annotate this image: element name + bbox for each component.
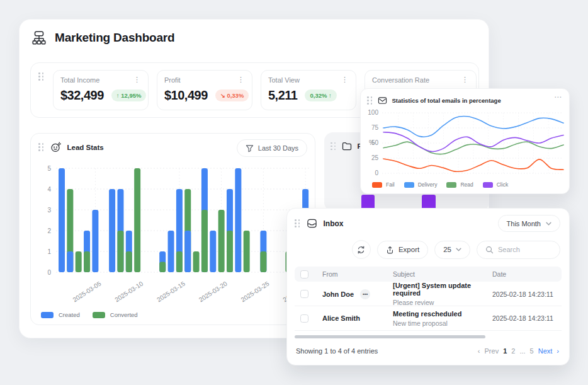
legend-swatch (93, 312, 105, 318)
lead-stats-title: Lead Stats (67, 144, 104, 151)
svg-text:4: 4 (47, 186, 51, 193)
stat-value: 5,211 (268, 88, 297, 103)
inbox-table-header: FromSubjectDate (295, 267, 562, 282)
refresh-icon (356, 245, 366, 255)
bar-created (184, 231, 191, 272)
pagination: ‹Prev12...5Next› (478, 347, 559, 355)
line-series-read (383, 142, 563, 154)
bar-converted (117, 231, 123, 272)
kebab-menu-icon[interactable]: ⋮ (461, 76, 469, 83)
legend-label: Created (59, 311, 80, 318)
page-size-value: 25 (443, 246, 451, 253)
bar-converted (193, 251, 200, 272)
stat-value: $32,499 (60, 88, 104, 103)
bar-created (92, 210, 98, 272)
entries-summary: Showing 1 to 4 of 4 entries (296, 347, 378, 355)
lead-stats-header: Lead Stats Last 30 Days (31, 134, 315, 159)
prev-chevron[interactable]: ‹ (478, 347, 480, 355)
svg-text:2025-03-15: 2025-03-15 (155, 280, 186, 303)
legend-label: Read (460, 181, 473, 188)
kebab-menu-icon[interactable]: ⋮ (133, 76, 141, 83)
row-checkbox[interactable] (300, 290, 308, 298)
bar-converted (218, 210, 225, 272)
svg-text:25: 25 (371, 154, 379, 161)
prev-button[interactable]: Prev (485, 347, 499, 355)
bar-created (109, 189, 115, 272)
page-1[interactable]: 1 (503, 347, 507, 355)
bar-converted (201, 210, 208, 272)
legend-label: Converted (110, 311, 138, 318)
trend-badge: ↘ 0,33% (215, 89, 249, 101)
legend-item-created: Created (41, 311, 80, 318)
refresh-button[interactable] (352, 240, 371, 259)
leads-icon (50, 141, 62, 153)
select-all-checkbox[interactable] (300, 270, 308, 279)
bar-converted (227, 231, 233, 272)
dashboard-page: Marketing Dashboard Total Income⋮$32,499… (0, 0, 588, 385)
scrollbar-thumb[interactable] (295, 335, 485, 338)
email-subject: Meeting rescheduled (393, 310, 492, 318)
kebab-menu-icon[interactable]: ⋮ (237, 76, 245, 83)
table-row[interactable]: Alice SmithMeeting rescheduledNew time p… (295, 306, 562, 331)
search-input[interactable] (498, 246, 555, 253)
legend-item-click: Click (483, 181, 508, 188)
export-button[interactable]: Export (377, 241, 428, 259)
bar-converted (84, 251, 90, 272)
kebab-menu-icon[interactable]: ⋮ (341, 76, 349, 83)
page-5[interactable]: 5 (530, 347, 534, 355)
bar-created (235, 168, 241, 272)
page-size-select[interactable]: 25 (434, 241, 470, 259)
stat-label: Conversation Rate (372, 76, 429, 84)
stat-value: $10,499 (164, 88, 208, 103)
email-subject: [Urgent] System update required (393, 282, 492, 297)
inbox-toolbar: Export 25 (352, 240, 560, 259)
inbox-drag-handle[interactable] (295, 219, 300, 227)
column-header-subject: Subject (393, 270, 492, 278)
legend-label: Delivery (418, 181, 438, 188)
legend-label: Click (497, 181, 508, 188)
bar-created (59, 168, 65, 272)
svg-text:0: 0 (47, 269, 51, 276)
bar-converted (134, 168, 140, 272)
row-more-menu-icon[interactable]: ••• (360, 289, 370, 299)
legend-swatch (446, 182, 456, 188)
svg-text:3: 3 (47, 207, 51, 214)
svg-text:5: 5 (47, 165, 51, 172)
bar-converted (159, 262, 166, 273)
page-ellipsis[interactable]: ... (519, 347, 525, 355)
stats-drag-handle[interactable] (38, 72, 44, 81)
column-header-from: From (322, 270, 393, 278)
svg-text:75: 75 (371, 124, 379, 131)
more-menu-icon[interactable]: ⋯ (554, 93, 562, 101)
search-box[interactable] (477, 241, 560, 259)
inbox-icon (307, 218, 317, 229)
export-icon (386, 246, 394, 254)
folder-panel-drag-handle[interactable] (331, 142, 336, 151)
legend-swatch (483, 182, 493, 188)
horizontal-scrollbar[interactable] (295, 335, 563, 338)
svg-text:2025-03-20: 2025-03-20 (198, 280, 229, 303)
email-stats-drag-handle[interactable] (367, 96, 373, 105)
period-select[interactable]: This Month (498, 215, 560, 232)
stat-card-total-view: Total View⋮5,2110,32% ↑ (261, 70, 356, 110)
legend-item-converted: Converted (93, 311, 138, 318)
email-date: 2025-02-18 14:23:11 (492, 290, 562, 298)
next-button[interactable]: Next (538, 347, 553, 355)
stat-label: Total Income (60, 76, 99, 84)
row-checkbox[interactable] (300, 314, 308, 323)
next-chevron[interactable]: › (557, 347, 559, 355)
lead-stats-bar-chart: 0123452025-03-052025-03-102025-03-152025… (36, 160, 313, 308)
svg-text:2025-03-10: 2025-03-10 (113, 280, 144, 303)
trend-badge: ↑ 12,95% (111, 89, 147, 101)
funnel-icon (246, 144, 254, 152)
bar-converted (244, 231, 250, 272)
lead-stats-drag-handle[interactable] (38, 143, 44, 151)
page-title: Marketing Dashboard (55, 31, 174, 45)
table-row[interactable]: John Doe•••[Urgent] System update requir… (295, 282, 562, 306)
bar-created (210, 231, 216, 272)
envelope-icon (378, 96, 387, 105)
bar-converted (76, 251, 82, 272)
page-2[interactable]: 2 (511, 347, 515, 355)
last-30-days-filter-button[interactable]: Last 30 Days (237, 139, 307, 157)
svg-text:2025-03-25: 2025-03-25 (240, 280, 271, 303)
